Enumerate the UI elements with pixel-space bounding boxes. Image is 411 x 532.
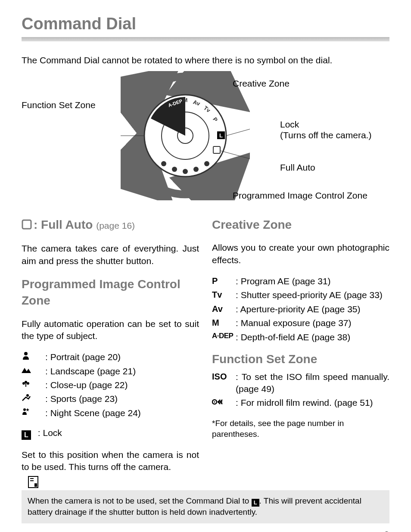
intro-text: The Command Dial cannot be rotated to wh… <box>22 54 389 66</box>
label-pic-zone: Programmed Image Control Zone <box>233 190 367 202</box>
list-item: M : Manual exposure (page 37) <box>212 317 389 329</box>
sports-icon <box>22 393 45 404</box>
function-set-list: ISO : To set the ISO film speed manually… <box>212 371 389 409</box>
list-item: : For midroll film rewind. (page 51) <box>212 397 389 409</box>
svg-point-15 <box>172 167 177 172</box>
page-number: 9 <box>22 529 389 532</box>
svg-text:L: L <box>219 132 223 139</box>
pic-zone-heading: Programmed Image Control Zone <box>22 276 199 309</box>
lock-l-icon: L <box>22 430 31 440</box>
list-item: Tv : Shutter speed-priority AE (page 33) <box>212 289 389 301</box>
svg-point-23 <box>22 382 25 385</box>
svg-point-14 <box>183 169 188 174</box>
pic-mode-list: : Portrait (page 20) : Landscape (page 2… <box>22 351 199 419</box>
list-item: : Close-up (page 22) <box>22 379 199 391</box>
svg-rect-33 <box>34 483 37 487</box>
list-item: : Night Scene (page 24) <box>22 407 199 419</box>
title-rule <box>22 37 389 41</box>
dial-svg: M A-DEP Av Tv P L <box>121 71 250 200</box>
svg-point-29 <box>214 401 215 403</box>
svg-point-22 <box>25 381 27 383</box>
svg-line-18 <box>226 122 250 136</box>
creative-mode-list: P : Program AE (page 31) Tv : Shutter sp… <box>212 275 389 343</box>
svg-rect-20 <box>22 220 31 229</box>
svg-text:M: M <box>183 97 188 103</box>
creative-zone-heading: Creative Zone <box>212 217 389 233</box>
page-title: Command Dial <box>22 13 389 35</box>
footnote: *For details, see the page number in par… <box>212 418 389 440</box>
tip-box: When the camera is not to be used, set t… <box>22 490 389 524</box>
lock-row: L : Lock <box>22 427 199 440</box>
function-set-heading: Function Set Zone <box>212 351 389 367</box>
svg-point-12 <box>204 161 209 166</box>
full-auto-body: The camera takes care of everything. Jus… <box>22 243 199 267</box>
landscape-icon <box>22 365 45 377</box>
night-scene-icon <box>22 407 45 419</box>
closeup-icon <box>22 379 45 391</box>
note-icon <box>28 476 39 492</box>
label-full-auto: Full Auto <box>280 162 315 174</box>
rewind-icon <box>212 397 236 408</box>
svg-point-13 <box>193 167 199 172</box>
svg-point-27 <box>23 408 26 411</box>
pic-zone-body: Fully automatic operation can be set to … <box>22 318 199 342</box>
svg-line-19 <box>221 151 250 166</box>
full-auto-heading: : Full Auto (page 16) <box>22 217 199 234</box>
svg-point-24 <box>27 382 29 385</box>
svg-rect-25 <box>25 383 26 387</box>
creative-zone-body: Allows you to create your own photograph… <box>212 242 389 266</box>
list-item: : Portrait (page 20) <box>22 351 199 363</box>
adep-label: A·DEP <box>212 331 236 341</box>
list-item: : Sports (page 23) <box>22 393 199 405</box>
lock-body: Set to this position when the camera is … <box>22 449 199 473</box>
dial-diagram: M A-DEP Av Tv P L Creative Zone Function… <box>22 71 389 200</box>
svg-point-26 <box>26 394 29 397</box>
lock-l-icon: L <box>252 499 259 507</box>
square-icon <box>22 218 32 234</box>
label-creative-zone: Creative Zone <box>233 78 290 90</box>
svg-point-21 <box>24 352 28 355</box>
portrait-icon <box>22 351 45 363</box>
list-item: A·DEP : Depth-of-field AE (page 38) <box>212 331 389 343</box>
list-item: Av : Aperture-priority AE (page 35) <box>212 303 389 315</box>
label-function-set-zone: Function Set Zone <box>22 99 96 111</box>
list-item: P : Program AE (page 31) <box>212 275 389 287</box>
list-item: ISO : To set the ISO film speed manually… <box>212 371 389 395</box>
svg-point-16 <box>161 161 166 166</box>
list-item: : Landscape (page 21) <box>22 365 199 377</box>
label-lock-sub: (Turns off the camera.) <box>280 129 371 141</box>
